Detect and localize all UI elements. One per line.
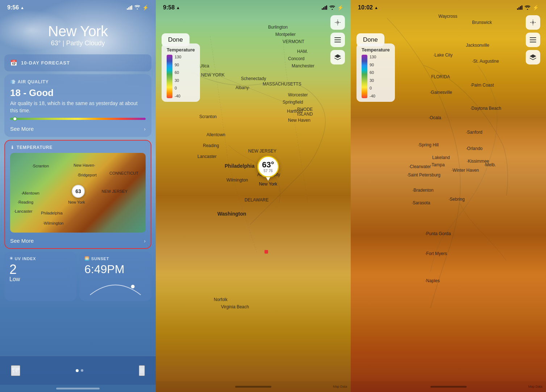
aq-label: 💨 AIR QUALITY — [10, 79, 146, 84]
map-city-newjersey: NEW JERSEY — [101, 189, 128, 193]
legend-bar-container-2: 130 90 60 30 0 -40 — [167, 55, 195, 98]
se-city-winterhaven: ·Winter Haven — [451, 168, 479, 173]
map-city-newhaven: New Haven· — [74, 163, 95, 167]
ne-city-manchester: Manchester — [292, 63, 314, 68]
se-city-daytona: ·Daytona Beach — [470, 106, 501, 111]
location-button-2[interactable] — [330, 15, 345, 30]
list-tab-button[interactable]: ≡ — [139, 365, 145, 376]
map3-status-icons: ⚡ — [517, 5, 539, 11]
aq-bar-dot — [13, 117, 17, 121]
weather-content: 9:56 ▲ ⚡ — [0, 0, 156, 392]
bottom-cards-row: ☀ UV INDEX 2 Low 🌅 SUNSET 6:49PM — [4, 252, 151, 301]
pin-bubble: 63° 57 76 — [257, 156, 279, 178]
ne-city-utica: Utica — [199, 63, 209, 68]
map-location-pin: 63 — [72, 185, 85, 198]
status-time: 9:56 — [7, 4, 19, 11]
weather-panel: 9:56 ▲ ⚡ — [0, 0, 156, 392]
list-button-2[interactable] — [330, 33, 345, 47]
status-icons: ⚡ — [127, 5, 149, 11]
se-city-fortmyers: ·Fort Myers — [425, 251, 447, 256]
map-city-reading: ·Reading — [17, 200, 33, 204]
dot-2 — [81, 369, 83, 372]
layers-button-2[interactable] — [330, 50, 345, 64]
temperature-map[interactable]: ·Scranton New Haven· CONNECTICUT ·Bridge… — [10, 153, 146, 233]
map2-battery-icon: ⚡ — [337, 5, 343, 11]
location-button-3[interactable] — [526, 15, 540, 30]
layers-button-3[interactable] — [526, 50, 540, 64]
temp-chevron-icon: › — [144, 238, 146, 244]
map2-home-bar — [235, 386, 271, 388]
temperature-legend-2: Temperature 130 90 60 30 0 -40 — [162, 43, 200, 102]
se-city-naples: ·Naples — [425, 278, 440, 283]
map3-signal — [517, 5, 522, 10]
home-indicator — [0, 385, 156, 392]
map2-bottom — [156, 381, 351, 392]
map-city-philadelphia: Philadelphia — [41, 211, 63, 215]
se-city-sebring: ·Sebring — [449, 197, 465, 202]
se-city-orlando: ·Orlando — [466, 146, 483, 151]
legend-title-3: Temperature — [362, 47, 390, 53]
svg-rect-3 — [334, 39, 341, 40]
sunset-time: 6:49PM — [84, 263, 146, 276]
ne-city-norfolk: Norfolk — [214, 297, 228, 302]
se-city-waycross: Waycross — [438, 14, 457, 19]
legend-gradient-3 — [362, 55, 367, 98]
temperature-card[interactable]: 🌡 TEMPERATURE ·Scranton New Haven· CONNE… — [4, 140, 151, 249]
se-city-florida: FLORIDA — [431, 74, 450, 79]
aq-desc: Air quality is 18, which is the same as … — [10, 100, 146, 114]
ne-city-reading-ne: Reading — [203, 143, 219, 148]
se-city-melb: ·Melb. — [484, 162, 496, 167]
pin-temp: 63 — [75, 188, 81, 194]
pin-range: 57 76 — [263, 169, 272, 173]
wifi-icon — [134, 5, 140, 11]
svg-rect-7 — [530, 39, 536, 40]
forecast-card[interactable]: 📅 10-DAY FORECAST — [4, 54, 151, 71]
legend-gradient-2 — [167, 55, 172, 98]
ne-city-newyork-state: NEW YORK — [201, 72, 225, 78]
location-pin-ne: 63° 57 76 New York — [257, 156, 279, 187]
air-quality-card: 💨 AIR QUALITY 18 - Good Air quality is 1… — [4, 74, 151, 137]
home-bar — [56, 388, 100, 389]
calendar-icon: 📅 — [10, 59, 17, 66]
city-section: New York 63° | Partly Cloudy — [0, 12, 156, 54]
map3-status-bar: 10:02 ▲ ⚡ — [351, 0, 546, 12]
ne-city-new-haven-ne: New Haven — [288, 118, 310, 123]
map3-bottom — [351, 381, 546, 392]
svg-point-0 — [131, 285, 135, 288]
ne-city-lancaster-ne: Lancaster — [197, 154, 217, 159]
aq-see-more[interactable]: See More › — [10, 124, 146, 132]
ne-city-delaware: DELAWARE — [245, 197, 268, 203]
legend-bar-container-3: 130 90 60 30 0 -40 — [362, 55, 390, 98]
se-city-bradenton: ·Bradenton — [412, 188, 434, 193]
city-temp-desc: 63° | Partly Cloudy — [7, 39, 149, 47]
list-button-3[interactable] — [526, 33, 540, 47]
map-city-allentown: ·Allentown — [21, 191, 39, 195]
ne-city-albany: Albany· — [236, 85, 250, 90]
temp-see-more[interactable]: See More › — [10, 235, 146, 244]
cards-area: 📅 10-DAY FORECAST 💨 AIR QUALITY 18 - Goo… — [0, 54, 156, 356]
uv-value: 2 — [9, 263, 71, 276]
se-city-gainesville: ·Gainesville — [430, 90, 452, 95]
ne-city-vermont: VERMONT — [283, 39, 304, 44]
map-southeast-panel: 10:02 ▲ ⚡ — [351, 0, 546, 392]
se-city-jacksonville: Jacksonville — [466, 43, 489, 48]
map2-time: 9:58 — [163, 4, 175, 11]
map2-wifi-icon — [329, 5, 335, 11]
aq-bar — [10, 118, 146, 120]
pin-city: New York — [259, 182, 278, 187]
page-dots — [76, 369, 83, 372]
uv-index-card: ☀ UV INDEX 2 Low — [4, 252, 76, 301]
map2-content: 9:58 ▲ ⚡ — [156, 0, 351, 392]
map-tab-button[interactable]: 🗺 — [11, 365, 20, 376]
red-marker — [264, 250, 268, 254]
legend-title-2: Temperature — [167, 47, 195, 53]
ne-city-scranton-ne: Scranton — [199, 114, 217, 119]
sun-icon: ☀ — [9, 256, 13, 261]
se-city-tampa: ·Tampa — [430, 162, 445, 167]
map-northeast-panel: 9:58 ▲ ⚡ — [156, 0, 351, 392]
status-bar: 9:56 ▲ ⚡ — [0, 0, 156, 12]
location-icon: ▲ — [20, 5, 24, 10]
map2-location-icon: ▲ — [176, 5, 180, 10]
map3-content: 10:02 ▲ ⚡ — [351, 0, 546, 392]
ne-city-springfield: Springfield — [283, 100, 303, 105]
